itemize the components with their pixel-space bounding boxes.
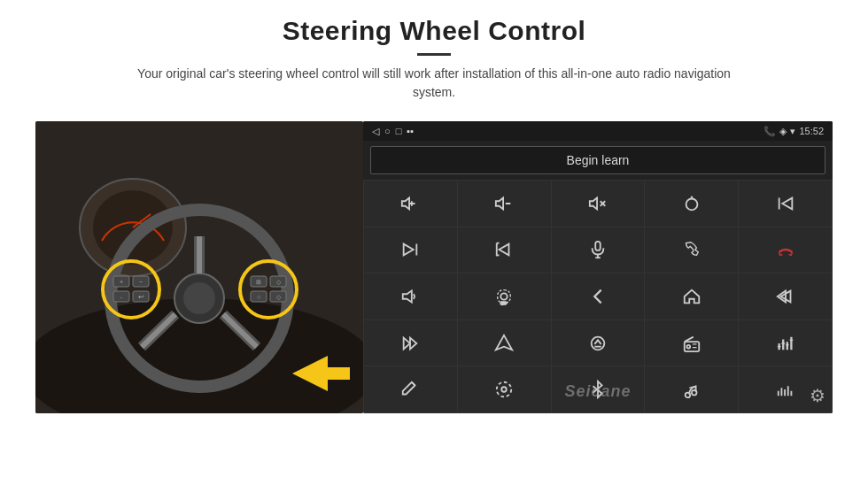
mic-button[interactable]: [552, 227, 645, 273]
home-button[interactable]: [645, 273, 738, 319]
page-title: Steering Wheel Control: [124, 16, 744, 46]
begin-learn-row: Begin learn: [363, 141, 833, 180]
radio-button[interactable]: [645, 320, 738, 366]
phone-status-icon: 📞: [763, 126, 776, 137]
svg-point-65: [686, 344, 690, 348]
svg-marker-36: [496, 197, 503, 209]
home-nav-icon[interactable]: ○: [384, 126, 391, 136]
car-image-panel: + ~ - ↩ ⊞ ◇ ○ ◇: [35, 121, 363, 413]
fast-fwd-button[interactable]: [364, 320, 457, 366]
status-bar-right: 📞 ◈ ▾ 15:52: [763, 126, 824, 137]
settings2-button[interactable]: [458, 366, 551, 412]
svg-marker-54: [403, 291, 412, 303]
svg-text:○: ○: [257, 294, 260, 300]
svg-marker-47: [500, 244, 509, 256]
svg-text:~: ~: [139, 279, 143, 285]
svg-point-77: [501, 387, 507, 392]
svg-marker-38: [590, 197, 597, 209]
svg-marker-45: [404, 244, 414, 256]
svg-point-79: [685, 393, 690, 398]
equalizer-button[interactable]: [739, 320, 832, 366]
android-panel-wrapper: ◁ ○ □ ▪▪ 📞 ◈ ▾ 15:52 Begin learn: [363, 121, 833, 413]
svg-point-78: [497, 382, 512, 397]
svg-text:+: +: [120, 279, 123, 285]
title-section: Steering Wheel Control Your original car…: [124, 16, 744, 102]
bluetooth-button[interactable]: [552, 366, 645, 412]
wifi-status-icon: ▾: [790, 126, 795, 137]
svg-rect-51: [595, 242, 601, 250]
svg-marker-59: [404, 337, 410, 349]
svg-point-80: [692, 390, 697, 396]
settings-gear-icon[interactable]: ⚙: [810, 385, 825, 406]
recents-nav-icon[interactable]: □: [396, 126, 402, 136]
svg-marker-33: [402, 197, 409, 209]
status-bar-left: ◁ ○ □ ▪▪: [372, 126, 414, 137]
svg-marker-44: [782, 197, 792, 209]
svg-text:↩: ↩: [138, 293, 144, 301]
prev-track-button[interactable]: [739, 181, 832, 227]
mute-button[interactable]: [552, 181, 645, 227]
status-bar: ◁ ○ □ ▪▪ 📞 ◈ ▾ 15:52: [363, 121, 833, 141]
subtitle: Your original car's steering wheel contr…: [124, 65, 744, 102]
svg-point-41: [686, 198, 697, 210]
title-divider: [417, 53, 451, 56]
nav-button[interactable]: [458, 320, 551, 366]
begin-learn-button[interactable]: Begin learn: [370, 146, 825, 174]
back-nav-icon[interactable]: ◁: [372, 126, 379, 137]
pen-button[interactable]: [364, 366, 457, 412]
svg-line-76: [412, 382, 415, 386]
content-area: + ~ - ↩ ⊞ ◇ ○ ◇: [35, 121, 833, 485]
hang-up-button[interactable]: [739, 227, 832, 273]
svg-point-55: [501, 293, 508, 299]
svg-text:360°: 360°: [500, 302, 508, 305]
svg-marker-61: [496, 335, 512, 350]
clock: 15:52: [799, 126, 824, 136]
vol-down-button[interactable]: [458, 181, 551, 227]
location-status-icon: ◈: [779, 126, 787, 137]
skip-back2-button[interactable]: [739, 273, 832, 319]
phone-button[interactable]: [645, 227, 738, 273]
eject-button[interactable]: [552, 320, 645, 366]
power-button[interactable]: [645, 181, 738, 227]
next-track-button[interactable]: [364, 227, 457, 273]
svg-text:⊞: ⊞: [256, 279, 261, 285]
icon-grid: 360°: [363, 180, 833, 413]
svg-point-7: [183, 282, 215, 314]
svg-line-81: [689, 387, 695, 389]
vol-up-button[interactable]: [364, 181, 457, 227]
skip-back-button[interactable]: [458, 227, 551, 273]
cam-360-button[interactable]: 360°: [458, 273, 551, 319]
back-button[interactable]: [552, 273, 645, 319]
page-container: Steering Wheel Control Your original car…: [0, 0, 868, 485]
music-button[interactable]: [645, 366, 738, 412]
horn-button[interactable]: [364, 273, 457, 319]
android-panel: ◁ ○ □ ▪▪ 📞 ◈ ▾ 15:52 Begin learn: [363, 121, 833, 413]
signal-icon: ▪▪: [407, 126, 414, 136]
